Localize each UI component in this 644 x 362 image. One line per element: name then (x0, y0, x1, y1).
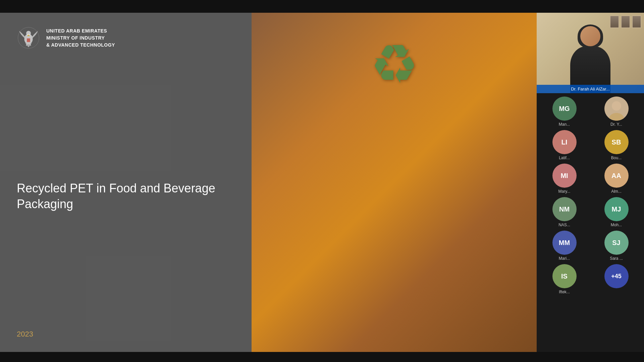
wall-frames (610, 15, 641, 28)
speaker-figure (567, 26, 614, 93)
slide-year: 2023 (17, 330, 235, 339)
slide-right-panel: ♻ (252, 13, 537, 352)
participant-name-1: Dr. Y... (610, 122, 622, 127)
slide-logo: UNITED ARAB EMIRATES MINISTRY OF INDUSTR… (17, 26, 235, 50)
svg-rect-4 (27, 38, 30, 42)
participant-avatar-9: SJ (604, 231, 629, 255)
svg-point-8 (612, 101, 621, 111)
participant-name-2: Latif... (559, 156, 570, 160)
participant-avatar-4: MI (552, 164, 577, 188)
participant-tile-6[interactable]: NMNAS... (540, 197, 589, 227)
recycle-symbol-icon: ♻ (370, 33, 418, 96)
presentation-area: UNITED ARAB EMIRATES MINISTRY OF INDUSTR… (0, 13, 537, 352)
participant-tile-4[interactable]: MIMary... (540, 164, 589, 194)
speaker-name-tag: Dr. Farah Ali AlZar... (537, 85, 644, 93)
participant-avatar-0: MG (552, 97, 577, 121)
participant-name-4: Mary... (558, 189, 571, 194)
wall-frame-3 (632, 15, 641, 28)
participant-avatar-2: LI (552, 130, 577, 154)
more-participants-badge[interactable]: +45 (604, 264, 629, 288)
speaker-hijab (578, 24, 603, 48)
speaker-name-text: Dr. Farah Ali AlZar... (571, 86, 610, 92)
participant-avatar-5: AA (604, 164, 629, 188)
participant-tile-9[interactable]: SJSara ... (592, 231, 641, 261)
participant-name-5: Alm... (611, 189, 622, 194)
participant-name-8: Mari... (559, 256, 570, 261)
participant-avatar-3: SB (604, 130, 629, 154)
participant-tile-7[interactable]: MJMoh... (592, 197, 641, 227)
participant-tile-0[interactable]: MGMan... (540, 97, 589, 127)
participant-tile-1[interactable]: Dr. Y... (592, 97, 641, 127)
active-speaker-tile: Dr. Farah Ali AlZar... (537, 13, 644, 93)
participant-tile-2[interactable]: LILatif... (540, 130, 589, 160)
participant-avatar-10: IS (552, 264, 577, 288)
participants-grid[interactable]: MGMan... Dr. Y...LILatif...SBBou...MIMar… (537, 93, 644, 352)
speaker-head (580, 26, 600, 46)
top-bar (0, 0, 644, 13)
slide-title: Recycled PET in Food and Beverage Packag… (17, 181, 235, 212)
participant-tile-10[interactable]: ISIftek... (540, 264, 589, 294)
participant-name-9: Sara ... (610, 256, 623, 261)
participant-avatar-7: MJ (604, 197, 629, 221)
participant-avatar-8: MM (552, 231, 577, 255)
slide-left-panel: UNITED ARAB EMIRATES MINISTRY OF INDUSTR… (0, 13, 252, 352)
speaker-video-bg (537, 13, 644, 93)
wall-frame-2 (621, 15, 630, 28)
sidebar: Dr. Farah Ali AlZar... MGMan... Dr. Y...… (537, 13, 644, 352)
main-content: UNITED ARAB EMIRATES MINISTRY OF INDUSTR… (0, 13, 644, 352)
participant-name-3: Bou... (611, 156, 622, 160)
participant-name-7: Moh... (611, 223, 622, 227)
participant-tile-3[interactable]: SBBou... (592, 130, 641, 160)
participant-name-6: NAS... (558, 223, 570, 227)
slide-overlay: UNITED ARAB EMIRATES MINISTRY OF INDUSTR… (0, 13, 537, 352)
participant-tile-11[interactable]: +45 (592, 264, 641, 294)
participant-name-0: Man... (559, 122, 570, 127)
participant-tile-8[interactable]: MMMari... (540, 231, 589, 261)
logo-text: UNITED ARAB EMIRATES MINISTRY OF INDUSTR… (46, 27, 115, 49)
participant-name-10: Iftek... (559, 290, 570, 294)
participant-avatar-1 (604, 97, 629, 121)
avatar-photo-inner-1 (604, 97, 629, 121)
participant-avatar-6: NM (552, 197, 577, 221)
uae-eagle-icon (17, 26, 40, 50)
bottom-bar (0, 352, 644, 362)
participant-tile-5[interactable]: AAAlm... (592, 164, 641, 194)
